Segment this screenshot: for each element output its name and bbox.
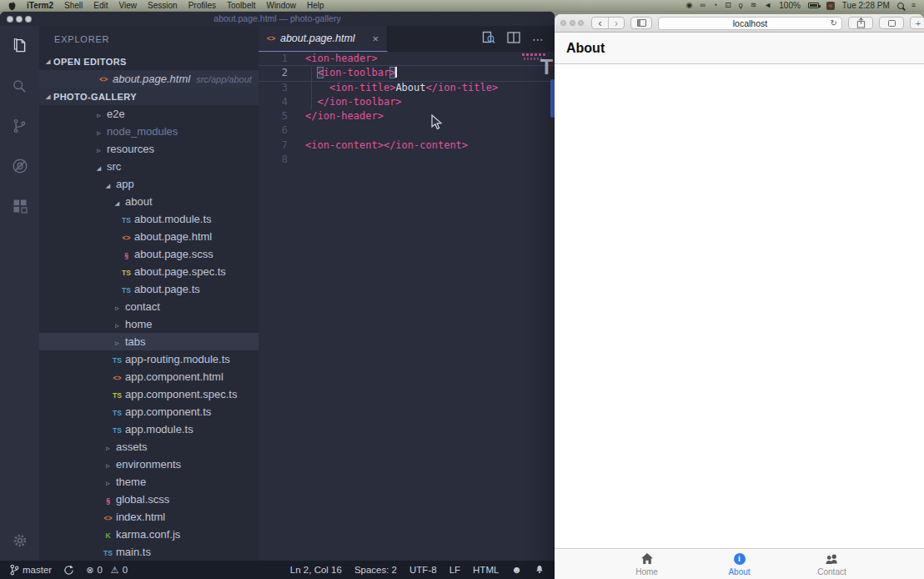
search-icon[interactable] — [0, 66, 39, 106]
close-tab-icon[interactable]: × — [372, 33, 379, 44]
zoom-window-button[interactable] — [25, 16, 32, 23]
volume-icon[interactable]: ◄ — [764, 2, 771, 9]
encoding[interactable]: UTF-8 — [409, 565, 437, 575]
extensions-icon[interactable] — [0, 186, 39, 226]
cursor-position[interactable]: Ln 2, Col 16 — [290, 565, 342, 575]
code-line-6[interactable]: 6 — [259, 123, 555, 138]
close-window-button[interactable] — [7, 16, 13, 23]
problems-indicator[interactable]: ⊗ 0 ⚠ 0 — [86, 565, 128, 576]
tree-item-app[interactable]: ◢app — [39, 175, 259, 193]
tree-item-tabs[interactable]: ▹tabs — [39, 333, 259, 350]
minimize-window-button[interactable] — [16, 16, 23, 23]
code-line-3[interactable]: 3 <ion-title>About</ion-title> — [259, 81, 555, 95]
code-line-2[interactable]: 2 <ion-toolbar> — [259, 66, 555, 80]
tree-item-global.scss[interactable]: §global.scss — [39, 491, 259, 508]
tree-item-about[interactable]: ◢about — [39, 193, 259, 210]
timer-icon[interactable]: ◔ — [713, 2, 717, 9]
menu-view[interactable]: View — [119, 1, 138, 10]
screen-recording-icon[interactable]: ◉ — [686, 2, 693, 9]
code-editor[interactable]: 1<ion-header>2 <ion-toolbar>3 <ion-title… — [259, 52, 555, 561]
tree-item-node_modules[interactable]: ▹node_modules — [39, 123, 259, 140]
tree-item-resources[interactable]: ▹resources — [39, 140, 259, 158]
sync-icon[interactable] — [63, 565, 74, 576]
sidebar-toggle-button[interactable] — [630, 17, 652, 29]
debug-icon[interactable] — [0, 146, 39, 186]
back-button[interactable]: ‹ — [592, 18, 608, 28]
menu-profiles[interactable]: Profiles — [188, 1, 216, 10]
code-line-8[interactable]: 8 — [259, 153, 555, 167]
eol[interactable]: LF — [449, 565, 460, 575]
zoom-window-button[interactable] — [578, 20, 584, 26]
more-actions-icon[interactable]: ⋯ — [532, 33, 545, 46]
battery-icon[interactable] — [808, 3, 819, 8]
tree-item-app-routing.module.ts[interactable]: TSapp-routing.module.ts — [39, 350, 259, 368]
tree-item-home[interactable]: ▹home — [39, 315, 259, 333]
tree-item-e2e[interactable]: ▹e2e — [39, 105, 259, 123]
source-control-icon[interactable] — [0, 106, 39, 146]
split-editor-icon[interactable] — [507, 32, 520, 47]
git-branch-indicator[interactable]: master — [10, 564, 52, 576]
search-editor-icon[interactable] — [482, 31, 495, 48]
tree-item-app.component.spec.ts[interactable]: TSapp.component.spec.ts — [39, 385, 259, 403]
menu-edit[interactable]: Edit — [93, 1, 108, 10]
tree-item-app.component.html[interactable]: <>app.component.html — [39, 368, 259, 385]
open-editor-item[interactable]: <> about.page.html src/app/about — [39, 70, 259, 88]
wifi-icon[interactable]: ≋ — [751, 2, 757, 9]
tree-item-environments[interactable]: ▹environments — [39, 456, 259, 473]
tree-item-about.page.html[interactable]: <>about.page.html — [39, 228, 259, 245]
display-icon[interactable]: ⊡ — [725, 2, 731, 9]
tree-item-about.module.ts[interactable]: TSabout.module.ts — [39, 210, 259, 228]
tab-overview-button[interactable] — [879, 17, 904, 29]
tree-item-theme[interactable]: ▹theme — [39, 473, 259, 491]
reload-icon[interactable]: ↻ — [831, 18, 837, 28]
apple-menu-icon[interactable] — [8, 2, 16, 10]
tab-about-page-html[interactable]: <> about.page.html × — [259, 26, 388, 52]
close-window-button[interactable] — [560, 20, 566, 26]
tree-item-app.component.ts[interactable]: TSapp.component.ts — [39, 403, 259, 420]
menu-toolbelt[interactable]: Toolbelt — [227, 1, 255, 10]
address-bar[interactable]: localhost ↻ — [658, 17, 842, 30]
tree-item-about.page.scss[interactable]: §about.page.scss — [39, 245, 259, 263]
settings-gear-icon[interactable] — [0, 521, 39, 561]
tree-item-about.page.ts[interactable]: TSabout.page.ts — [39, 280, 259, 298]
minimize-window-button[interactable] — [570, 20, 575, 26]
key-icon[interactable]: ϙ — [739, 2, 743, 9]
open-editors-header[interactable]: ◢ OPEN EDITORS — [39, 53, 259, 70]
share-button[interactable] — [848, 17, 873, 29]
notifications-bell-icon[interactable] — [535, 564, 545, 576]
tab-about[interactable]: iAbout — [693, 549, 786, 579]
menu-session[interactable]: Session — [148, 1, 178, 10]
explorer-icon[interactable] — [0, 26, 39, 66]
menubar-app-name[interactable]: iTerm2 — [27, 1, 53, 10]
project-section-header[interactable]: ◢ PHOTO-GALLERY — [39, 88, 259, 105]
code-line-7[interactable]: 7<ion-content></ion-content> — [259, 138, 555, 153]
tree-item-about.page.spec.ts[interactable]: TSabout.page.spec.ts — [39, 263, 259, 280]
spotlight-icon[interactable] — [897, 3, 904, 9]
input-source-icon[interactable] — [826, 2, 835, 10]
feedback-smiley-icon[interactable]: ☻ — [511, 564, 522, 576]
tree-item-index.html[interactable]: <>index.html — [39, 508, 259, 526]
forward-button[interactable]: › — [608, 18, 624, 28]
code-line-5[interactable]: 5</ion-header> — [259, 109, 555, 123]
tab-home[interactable]: Home — [600, 549, 693, 579]
tab-contact[interactable]: Contact — [786, 549, 878, 579]
notification-center-icon[interactable]: ≡ — [911, 2, 916, 9]
tree-item-contact[interactable]: ▹contact — [39, 298, 259, 315]
code-line-4[interactable]: 4 </ion-toolbar> — [259, 95, 555, 109]
language-mode[interactable]: HTML — [473, 565, 499, 575]
menu-help[interactable]: Help — [307, 1, 324, 10]
new-tab-button[interactable]: + — [910, 17, 924, 29]
menu-window[interactable]: Window — [266, 1, 296, 10]
sixty-icon[interactable]: ∞ — [700, 2, 705, 9]
tree-item-app.module.ts[interactable]: TSapp.module.ts — [39, 420, 259, 438]
indentation[interactable]: Spaces: 2 — [354, 565, 397, 575]
tree-item-src[interactable]: ◢src — [39, 158, 259, 175]
code-line-1[interactable]: 1<ion-header> — [259, 52, 555, 66]
tree-item-main.ts[interactable]: TSmain.ts — [39, 543, 259, 561]
tree-item-assets[interactable]: ▹assets — [39, 438, 259, 456]
tree-item-karma.conf.js[interactable]: Kkarma.conf.js — [39, 526, 259, 543]
battery-percent[interactable]: 100% — [779, 2, 801, 10]
vscode-titlebar[interactable]: about.page.html — photo-gallery — [0, 12, 555, 26]
menu-shell[interactable]: Shell — [64, 1, 83, 10]
clock[interactable]: Tue 2:28 PM — [842, 2, 890, 10]
